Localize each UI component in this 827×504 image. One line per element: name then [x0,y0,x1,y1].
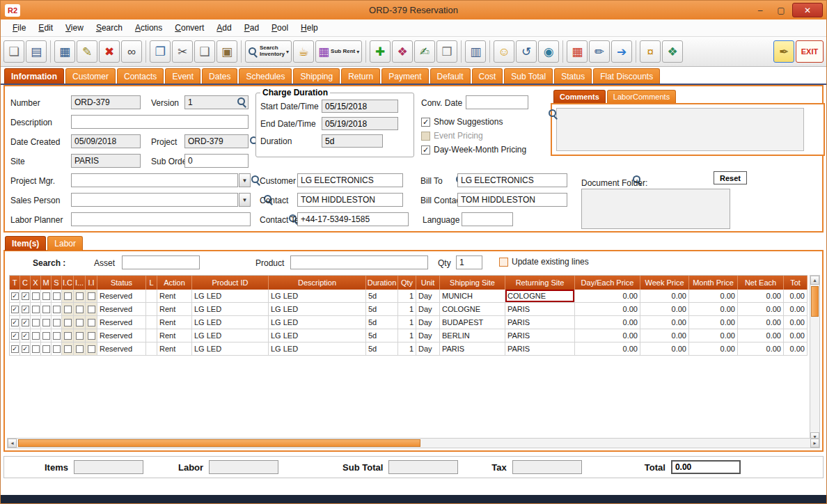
cell-check-m[interactable] [41,316,52,329]
cell-check-i-c[interactable] [62,342,74,356]
column-header-s[interactable]: S [52,276,62,290]
column-header-product-id[interactable]: Product ID [192,276,269,290]
write-page-button[interactable]: ✏ [589,40,610,63]
cell-check-x[interactable] [31,290,41,303]
disc-globe-button[interactable]: ◉ [538,40,559,63]
cell-check-c[interactable] [20,303,31,316]
event-pricing-checkbox[interactable]: Event Pricing [421,131,483,141]
column-header-duration[interactable]: Duration [366,276,398,290]
cell-day-each-price[interactable]: 0.00 [575,329,640,342]
cell-week-price[interactable]: 0.00 [640,290,689,303]
column-header-week-price[interactable]: Week Price [640,276,689,290]
menu-pool[interactable]: Pool [265,21,294,35]
column-header-net-each[interactable]: Net Each [738,276,784,290]
cell-check-c[interactable] [20,316,31,329]
cell-qty[interactable]: 1 [398,303,416,316]
search-inventory-button[interactable]: Search Inventory▾ [245,40,292,63]
tax-input[interactable] [512,460,582,474]
row-checkbox[interactable] [42,306,50,313]
exit-button[interactable]: EXIT [796,40,824,63]
menu-file[interactable]: File [6,21,32,35]
cell-returning-site[interactable]: PARIS [505,342,575,356]
menu-view[interactable]: View [59,21,90,35]
cell-tot[interactable]: 0.00 [784,342,808,356]
cell-check-x[interactable] [31,329,41,342]
project-mgr-dropdown-button[interactable]: ▼ [239,173,251,187]
duration-input[interactable] [322,134,383,148]
update-existing-lines-checkbox[interactable]: Update existing lines [499,257,589,267]
row-checkbox[interactable] [32,292,40,300]
cell-unit[interactable]: Day [416,316,440,329]
cell-check-m[interactable] [41,329,52,342]
row-checkbox[interactable] [42,332,50,340]
delete-button[interactable]: ✖ [99,40,120,63]
cell-net-each[interactable]: 0.00 [738,290,784,303]
row-checkbox[interactable] [32,332,40,340]
column-header-returning-site[interactable]: Returning Site [505,276,575,290]
cell-l[interactable] [146,290,157,303]
cell-check-m[interactable] [41,342,52,356]
cell-check-i-c[interactable] [62,316,74,329]
cell-duration[interactable]: 5d [366,303,398,316]
cell-qty[interactable]: 1 [398,329,416,342]
column-header-c[interactable]: C [20,276,31,290]
cell-check-i-i[interactable] [86,329,97,342]
cell-duration[interactable]: 5d [366,342,398,356]
document-folder-box[interactable] [581,189,730,229]
tab-payment[interactable]: Payment [381,68,428,84]
row-checkbox[interactable] [53,306,61,313]
cell-returning-site[interactable]: COLOGNE [505,290,575,303]
column-header-i[interactable]: I... [74,276,86,290]
cell-tot[interactable]: 0.00 [784,290,808,303]
row-checkbox[interactable] [32,306,40,313]
cell-check-i-i[interactable] [86,342,97,356]
contact-input[interactable] [297,193,403,207]
cell-check-x[interactable] [31,316,41,329]
cell-day-each-price[interactable]: 0.00 [575,290,640,303]
cell-shipping-site[interactable]: BUDAPEST [440,316,505,329]
cell-check-t[interactable] [10,303,20,316]
items-tab-labor[interactable]: Labor [47,236,83,251]
row-checkbox[interactable] [42,292,50,300]
menu-add[interactable]: Add [210,21,237,35]
tab-flat-discounts[interactable]: Flat Discounts [593,68,660,84]
cell-month-price[interactable]: 0.00 [689,329,738,342]
day-week-month-pricing-checkbox[interactable]: Day-Week-Month Pricing [421,145,526,155]
total-input[interactable] [671,460,741,474]
product-input[interactable] [290,255,428,269]
row-checkbox[interactable] [53,292,61,300]
site-input[interactable] [71,154,141,168]
cell-status[interactable]: Reserved [97,316,146,329]
cell-check-t[interactable] [10,316,20,329]
qty-input[interactable] [456,255,482,269]
cell-product-id[interactable]: LG LED [192,303,269,316]
cell-product-id[interactable]: LG LED [192,290,269,303]
row-checkbox[interactable] [76,319,84,326]
vertical-scroll-thumb[interactable] [811,286,819,317]
cell-qty[interactable]: 1 [398,316,416,329]
tab-information[interactable]: Information [4,68,64,84]
cell-status[interactable]: Reserved [97,303,146,316]
row-checkbox[interactable] [88,332,95,340]
row-checkbox[interactable] [42,319,50,326]
cell-unit[interactable]: Day [416,290,440,303]
menu-convert[interactable]: Convert [168,21,210,35]
cell-duration[interactable]: 5d [366,329,398,342]
menu-edit[interactable]: Edit [32,21,59,35]
cell-returning-site[interactable]: PARIS [505,329,575,342]
cell-duration[interactable]: 5d [366,290,398,303]
tab-contacts[interactable]: Contacts [117,68,164,84]
row-checkbox[interactable] [76,332,84,340]
cell-action[interactable]: Rent [157,303,192,316]
cell-check-c[interactable] [20,290,31,303]
cell-qty[interactable]: 1 [398,290,416,303]
column-header-unit[interactable]: Unit [416,276,440,290]
tab-customer[interactable]: Customer [65,68,116,84]
smiley-button[interactable]: ☺ [494,40,514,63]
cell-check-i[interactable] [74,342,86,356]
row-checkbox[interactable] [64,319,72,326]
date-created-input[interactable] [71,134,141,148]
comments-search-icon[interactable] [548,109,558,119]
cell-check-t[interactable] [10,290,20,303]
column-header-i-c[interactable]: I.C [62,276,74,290]
